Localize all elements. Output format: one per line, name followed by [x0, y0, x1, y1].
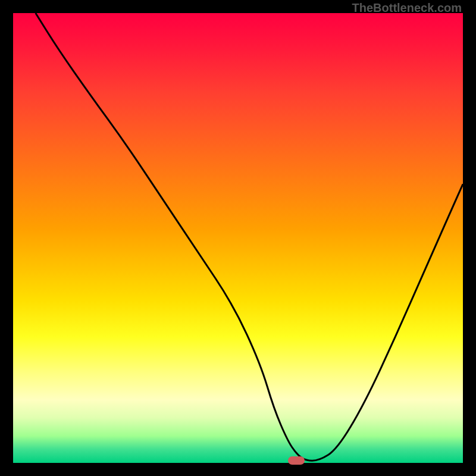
chart-container: TheBottleneck.com [0, 0, 476, 476]
bottleneck-curve [13, 13, 463, 463]
optimal-marker [288, 456, 305, 465]
watermark-text: TheBottleneck.com [352, 1, 462, 15]
